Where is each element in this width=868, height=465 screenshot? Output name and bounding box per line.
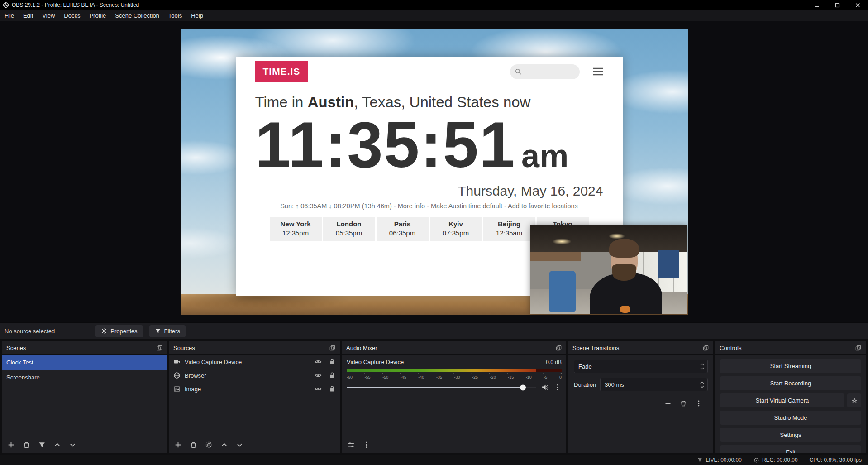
controls-panel-title: Controls (720, 345, 741, 351)
menu-tools[interactable]: Tools (164, 10, 186, 21)
channel-options-dots-icon[interactable] (554, 384, 562, 391)
gear-icon (851, 398, 858, 404)
clock-time: 11:35:51 (255, 113, 516, 177)
scene-filters-icon[interactable] (38, 441, 46, 449)
chevron-down-icon[interactable] (700, 367, 704, 370)
settings-button[interactable]: Settings (720, 428, 861, 442)
stream-status-icon (697, 457, 703, 463)
chevron-down-icon[interactable] (700, 385, 704, 388)
dots-vertical-icon (695, 400, 702, 407)
minimize-icon (815, 3, 820, 8)
menubar: File Edit View Docks Profile Scene Colle… (0, 10, 868, 21)
popout-icon[interactable] (855, 345, 862, 351)
transition-selected-value: Fade (578, 363, 592, 370)
menu-scene-collection[interactable]: Scene Collection (110, 10, 164, 21)
timeis-date: Thursday, May 16, 2024 (255, 183, 603, 199)
controls-panel-header[interactable]: Controls (715, 341, 866, 355)
titlebar[interactable]: OBS 29.1.2 - Profile: LLHLS BETA - Scene… (0, 0, 868, 10)
scenes-list: Clock Test Screenshare (2, 355, 167, 436)
obs-window: OBS 29.1.2 - Profile: LLHLS BETA - Scene… (0, 0, 868, 465)
scene-transitions-header[interactable]: Scene Transitions (568, 341, 713, 355)
remove-transition-button[interactable] (678, 398, 689, 409)
popout-icon[interactable] (329, 345, 336, 351)
image-icon (173, 385, 181, 393)
sources-list: Video Capture Device Browser (169, 355, 340, 436)
move-source-up-icon[interactable] (220, 441, 228, 449)
sources-panel: Sources Video Capture Device Browser (169, 341, 340, 453)
source-item-browser[interactable]: Browser (169, 369, 340, 382)
speaker-icon[interactable] (541, 384, 549, 391)
move-scene-down-icon[interactable] (69, 441, 76, 449)
add-source-icon[interactable] (174, 441, 182, 449)
studio-mode-button[interactable]: Studio Mode (720, 411, 861, 425)
scenes-panel-header[interactable]: Scenes (2, 341, 167, 355)
plus-icon (664, 400, 672, 407)
add-transition-button[interactable] (663, 398, 673, 409)
remove-scene-icon[interactable] (23, 441, 30, 449)
exit-button[interactable]: Exit (720, 445, 861, 453)
minimize-button[interactable] (807, 0, 827, 10)
menu-file[interactable]: File (0, 10, 19, 21)
preview-area: TIME.IS Time in Austin, Texas, United St… (0, 21, 868, 322)
remove-source-icon[interactable] (190, 441, 197, 449)
add-scene-icon[interactable] (7, 441, 15, 449)
source-item-image[interactable]: Image (169, 382, 340, 396)
scene-item-screenshare[interactable]: Screenshare (2, 370, 167, 385)
mixer-options-dots-icon[interactable] (362, 441, 370, 449)
lock-icon[interactable] (329, 358, 336, 365)
virtual-camera-config-button[interactable] (847, 393, 861, 407)
controls-panel: Controls Start Streaming Start Recording… (715, 341, 866, 453)
visibility-eye-icon[interactable] (315, 372, 322, 379)
timeis-search-box (510, 64, 580, 79)
start-virtual-camera-button[interactable]: Start Virtual Camera (720, 393, 844, 407)
menu-help[interactable]: Help (186, 10, 208, 21)
camera-icon (173, 358, 181, 365)
properties-label: Properties (110, 328, 137, 335)
source-item-video-capture[interactable]: Video Capture Device (169, 355, 340, 369)
popout-icon[interactable] (702, 345, 709, 351)
volume-slider[interactable] (347, 387, 536, 388)
filters-button[interactable]: Filters (149, 325, 186, 337)
move-source-down-icon[interactable] (236, 441, 243, 449)
city-card: New York12:35pm (270, 217, 322, 241)
popout-icon[interactable] (156, 345, 163, 351)
scene-item-clock-test[interactable]: Clock Test (2, 355, 167, 370)
audio-mixer-header[interactable]: Audio Mixer (342, 341, 566, 355)
menu-docks[interactable]: Docks (59, 10, 85, 21)
lock-icon[interactable] (329, 372, 336, 379)
gear-icon (101, 328, 107, 334)
timeis-logo: TIME.IS (255, 61, 308, 82)
city-card: Kyiv07:35pm (430, 217, 482, 241)
advanced-audio-icon[interactable] (347, 441, 355, 449)
properties-button[interactable]: Properties (95, 325, 143, 337)
popout-icon[interactable] (555, 345, 562, 351)
timeis-clock: 11:35:51 am (255, 113, 603, 177)
source-properties-gear-icon[interactable] (205, 441, 213, 449)
volume-slider-handle[interactable] (520, 384, 526, 390)
menu-view[interactable]: View (38, 10, 59, 21)
maximize-icon (835, 3, 840, 8)
start-streaming-button[interactable]: Start Streaming (720, 359, 861, 373)
move-scene-up-icon[interactable] (53, 441, 61, 449)
statusbar: LIVE: 00:00:00 REC: 00:00:00 CPU: 0.6%, … (0, 455, 868, 465)
clock-ampm: am (521, 137, 568, 174)
lock-icon[interactable] (329, 385, 336, 393)
sources-panel-header[interactable]: Sources (169, 341, 340, 355)
duration-spinbox[interactable]: 300 ms (600, 378, 708, 391)
trash-icon (680, 400, 687, 407)
chevron-up-icon[interactable] (700, 363, 704, 366)
duration-value: 300 ms (605, 381, 624, 388)
visibility-eye-icon[interactable] (315, 358, 322, 365)
menu-edit[interactable]: Edit (19, 10, 38, 21)
city-card: London05:35pm (323, 217, 375, 241)
maximize-button[interactable] (827, 0, 848, 10)
menu-profile[interactable]: Profile (85, 10, 110, 21)
preview-canvas[interactable]: TIME.IS Time in Austin, Texas, United St… (181, 29, 688, 315)
visibility-eye-icon[interactable] (315, 385, 322, 393)
scene-transitions-title: Scene Transitions (572, 345, 619, 351)
start-recording-button[interactable]: Start Recording (720, 376, 861, 390)
chevron-up-icon[interactable] (700, 381, 704, 384)
transition-select[interactable]: Fade (574, 360, 708, 373)
close-button[interactable] (848, 0, 868, 10)
transition-properties-button[interactable] (693, 398, 704, 409)
